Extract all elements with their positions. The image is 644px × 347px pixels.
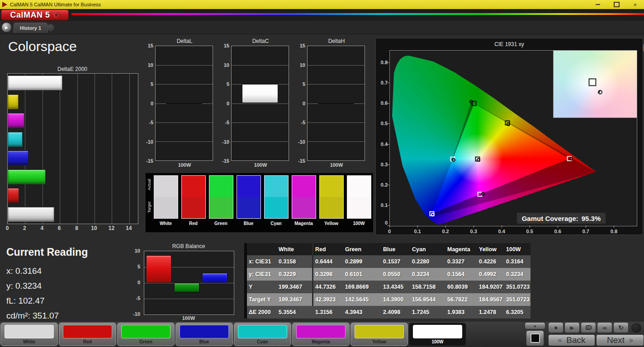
axis-tick-label: 10 [91,225,97,231]
gridline [156,122,213,123]
stop-square-icon [530,333,540,343]
expand-panel-button[interactable]: ▶ [1,22,12,33]
next-chevron-icon: » [629,336,633,344]
table-header: Blue [381,243,410,255]
patch-button-cyan[interactable]: Cyan [234,323,291,346]
axis-label: 100W [155,161,214,168]
row-label: Target Y [246,293,277,306]
stop-measure-button[interactable] [526,330,544,346]
actual-swatch [237,176,260,197]
tick-mark [417,225,418,228]
axis-tick-label: -15 [298,158,305,164]
close-icon[interactable]: × [633,2,637,8]
maximize-icon[interactable] [614,2,620,7]
patch-button-100w[interactable]: 100W [409,323,466,346]
calman-logo[interactable]: CalMAN 5 ▼ [1,9,69,20]
tab-history-1[interactable]: History 1 [14,23,47,33]
table-row: Target Y199.346742.3923142.564514.390015… [246,293,530,306]
patch-button-red[interactable]: Red [59,323,116,346]
delta-e-bar-red [8,188,19,203]
logo-caret-icon[interactable]: ▼ [53,12,60,19]
app-icon [2,2,7,7]
next-button[interactable]: Next » [596,334,644,346]
table-cell: 5.3554 [277,306,313,319]
table-cell: 2.4098 [381,306,410,319]
patch-swatch [296,325,346,338]
continuous-measure-button[interactable]: ∞ [597,322,612,333]
bottom-bar: 100WYellowMagentaCyanBlueGreenRedWhite ▲… [0,322,644,347]
patch-button-green[interactable]: Green [117,323,175,346]
patch-swatch [413,325,462,338]
new-tab-button[interactable] [47,24,54,31]
tick-mark [445,225,446,228]
table-cell: 0.3234 [410,268,445,281]
measured-marker-green [469,100,473,103]
tick-mark [586,225,586,228]
target-swatch [265,197,288,218]
patch-button-white[interactable]: White [0,323,58,346]
table-cell: 158.7158 [410,281,445,293]
axis-tick-label: 15 [224,43,229,48]
row-label: Y [246,281,277,293]
gamut-coverage-label: Gamut Coverage: [522,215,578,222]
strip-column-label: Cyan [263,219,289,226]
chart-title: DeltaL [155,38,214,46]
axis-tick-label: 0.7 [582,229,589,234]
table-cell: 0.6444 [313,255,343,268]
axis-tick-label: -10 [146,139,153,145]
patch-button-blue[interactable]: Blue [175,323,233,346]
patch-button-yellow[interactable]: Yellow [350,323,408,346]
delta-bar-zero [318,103,355,104]
refresh-button[interactable]: ↻ [613,322,629,333]
patch-label: Blue [176,339,232,344]
play-button[interactable]: ▶ [564,322,580,333]
patch-label: Yellow [351,339,407,344]
tick-mark [474,225,474,228]
patch-label: 100W [409,339,466,344]
axis-tick-label: 10 [148,62,153,68]
target-swatch [320,197,343,218]
table-cell: 4.3943 [343,306,381,319]
strip-column-label: Red [180,219,207,226]
axis-tick-label: 15 [148,43,153,48]
delta-e-bar-blue [8,150,28,165]
table-cell: 184.9207 [477,281,504,293]
table-cell: 184.9567 [477,293,504,306]
strip-column-label: Blue [235,219,262,226]
target-swatch [237,197,260,218]
table-cell: 42.3923 [313,293,343,306]
minimize-icon[interactable] [596,4,600,5]
measured-marker-white [477,158,480,162]
gridline [156,84,213,84]
axis-tick-label: 0.5 [378,121,388,126]
actual-swatch [154,176,178,197]
small-delta-charts: DeltaL151050-5-10-15100WDeltaC151050-5-1… [143,38,380,172]
patch-button-magenta[interactable]: Magenta [292,323,350,346]
cie-whitepoint-inset [553,50,637,118]
table-header: White [277,243,313,255]
delta-e-plot [7,73,138,224]
axis-tick-label: 4 [40,225,43,231]
axis-tick-label: -5 [136,295,140,301]
row-label: ΔE 2000 [246,306,277,319]
gridline [156,141,213,142]
axis-tick-label: 0.5 [526,229,533,234]
measured-marker-blue [431,213,435,216]
delta-e-xlabels: 02468101214 [7,225,137,231]
expand-controls-button[interactable]: ▲ [525,322,545,329]
actual-swatch [347,176,371,197]
stop-button[interactable]: ■ [548,322,564,333]
save-button[interactable]: H [581,322,596,333]
play-icon: ▶ [5,25,8,30]
delta-e-chart-title: DeltaE 2000 [7,66,137,72]
tick-mark [502,225,502,228]
axis-tick-label: 5 [151,81,153,87]
measured-marker-yellow [507,122,510,126]
axis-tick-label: -5 [225,120,229,125]
back-button[interactable]: « Back [548,334,595,346]
patch-swatch [238,325,287,338]
axis-tick-label: 0 [378,220,388,225]
table-cell: 0.3164 [504,255,530,268]
rgb-bar-red [146,255,171,283]
strip-column-100w: 100W [346,175,372,232]
